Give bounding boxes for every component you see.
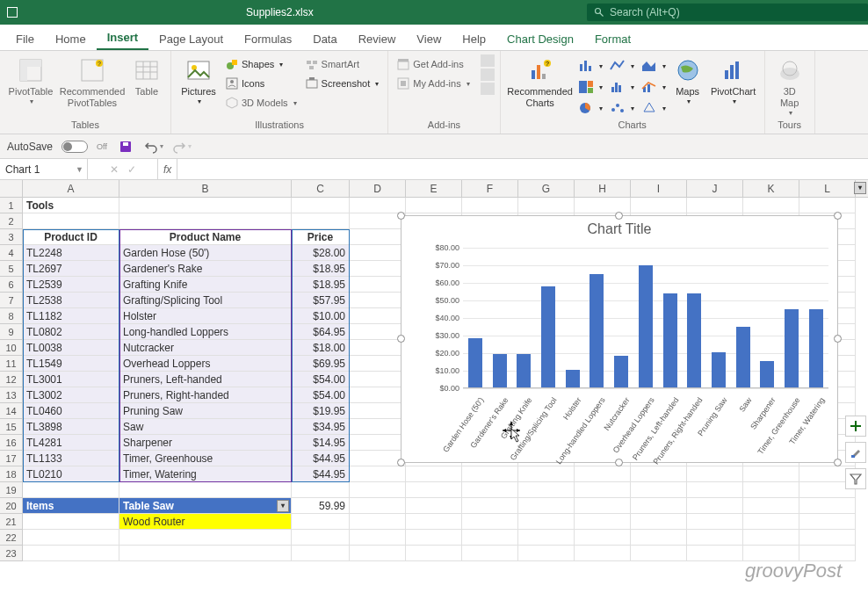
cell-H18[interactable]	[575, 466, 631, 482]
cell-I18[interactable]	[631, 466, 687, 482]
cell-C15[interactable]: $34.95	[292, 419, 350, 435]
row-header-10[interactable]: 10	[0, 340, 23, 356]
cell-H1[interactable]	[575, 198, 631, 213]
my-addins-button[interactable]: My Add-ins▾	[394, 74, 473, 93]
autosave-toggle[interactable]	[61, 141, 88, 153]
cell-J21[interactable]	[687, 514, 743, 530]
bar-9[interactable]	[687, 293, 701, 387]
row-header-18[interactable]: 18	[0, 466, 23, 482]
bar-8[interactable]	[663, 293, 677, 387]
cell-B14[interactable]: Pruning Saw	[119, 403, 292, 419]
cell-B2[interactable]	[119, 213, 292, 229]
cell-C10[interactable]: $18.00	[292, 340, 350, 356]
cell-D5[interactable]	[350, 261, 406, 277]
row-header-2[interactable]: 2	[0, 213, 23, 229]
embedded-chart[interactable]: Chart Title $0.00$10.00$20.00$30.00$40.0…	[401, 215, 838, 463]
maps-button[interactable]: Maps▾	[669, 54, 706, 108]
3d-map-button[interactable]: 3D Map▾	[770, 54, 809, 119]
cell-J19[interactable]	[687, 482, 743, 498]
cell-C18[interactable]: $44.95	[292, 466, 350, 482]
cell-D14[interactable]	[350, 403, 406, 419]
cell-F23[interactable]	[462, 546, 518, 561]
column-header-I[interactable]: I	[631, 180, 687, 197]
cell-A4[interactable]: TL2248	[23, 245, 119, 261]
cell-B18[interactable]: Timer, Watering	[119, 466, 292, 482]
column-header-L[interactable]: L	[799, 180, 856, 197]
shapes-button[interactable]: Shapes▾	[222, 54, 300, 74]
cell-H22[interactable]	[575, 530, 631, 546]
cell-B9[interactable]: Long-handled Loppers	[119, 324, 292, 340]
bar-2[interactable]	[517, 354, 531, 387]
cell-B4[interactable]: Garden Hose (50')	[119, 245, 292, 261]
column-chart-button[interactable]: ▾	[576, 56, 604, 76]
cell-A14[interactable]: TL0460	[23, 403, 119, 419]
area-chart-button[interactable]: ▾	[640, 56, 668, 76]
cell-L1[interactable]	[799, 198, 856, 213]
cell-D10[interactable]	[350, 340, 406, 356]
cell-K21[interactable]	[743, 514, 799, 530]
chart-styles-button[interactable]	[845, 442, 866, 463]
cell-J18[interactable]	[687, 466, 743, 482]
row-header-23[interactable]: 23	[0, 546, 23, 561]
cell-B6[interactable]: Grafting Knife	[119, 277, 292, 293]
cell-D6[interactable]	[350, 277, 406, 293]
cell-E18[interactable]	[406, 466, 462, 482]
cell-A15[interactable]: TL3898	[23, 419, 119, 435]
column-header-D[interactable]: D	[350, 180, 406, 197]
row-header-1[interactable]: 1	[0, 198, 23, 213]
3d-models-button[interactable]: 3D Models▾	[222, 93, 300, 112]
column-header-K[interactable]: K	[743, 180, 799, 197]
row-header-8[interactable]: 8	[0, 308, 23, 324]
app-menu-icon[interactable]	[7, 7, 18, 18]
fx-label[interactable]: fx	[158, 159, 177, 179]
bar-4[interactable]	[566, 370, 580, 387]
cell-A8[interactable]: TL1182	[23, 308, 119, 324]
accept-formula-icon[interactable]: ✓	[127, 163, 136, 176]
row-header-14[interactable]: 14	[0, 403, 23, 419]
cell-E23[interactable]	[406, 546, 462, 561]
bar-13[interactable]	[785, 309, 799, 387]
resize-handle-n[interactable]	[615, 212, 623, 220]
cell-I19[interactable]	[631, 482, 687, 498]
bar-12[interactable]	[760, 361, 774, 387]
resize-handle-w[interactable]	[397, 335, 405, 343]
cell-I20[interactable]	[631, 498, 687, 514]
cell-C22[interactable]	[292, 530, 350, 546]
bar-11[interactable]	[736, 327, 750, 387]
cell-B10[interactable]: Nutcracker	[119, 340, 292, 356]
tab-format[interactable]: Format	[584, 27, 641, 50]
cell-B12[interactable]: Pruners, Left-handed	[119, 372, 292, 387]
cell-H23[interactable]	[575, 546, 631, 561]
cell-D21[interactable]	[350, 514, 406, 530]
cell-E1[interactable]	[406, 198, 462, 213]
cell-K1[interactable]	[743, 198, 799, 213]
resize-handle-ne[interactable]	[834, 212, 842, 220]
tab-insert[interactable]: Insert	[97, 25, 148, 50]
row-header-9[interactable]: 9	[0, 324, 23, 340]
combo-chart-button[interactable]: ▾	[640, 77, 668, 97]
row-header-17[interactable]: 17	[0, 451, 23, 466]
cell-L20[interactable]	[799, 498, 856, 514]
cell-A23[interactable]	[23, 546, 119, 561]
plot-area[interactable]: $0.00$10.00$20.00$30.00$40.00$50.00$60.0…	[428, 248, 828, 388]
cell-C17[interactable]: $44.95	[292, 451, 350, 466]
cell-G20[interactable]	[518, 498, 575, 514]
table-button[interactable]: Table	[128, 54, 165, 99]
column-header-G[interactable]: G	[518, 180, 575, 197]
cell-B20[interactable]: Table Saw▾	[119, 498, 292, 514]
pie-chart-button[interactable]: ▾	[576, 98, 604, 118]
bar-10[interactable]	[712, 352, 726, 387]
cell-D12[interactable]	[350, 372, 406, 387]
cell-C4[interactable]: $28.00	[292, 245, 350, 261]
formula-input[interactable]	[177, 159, 868, 179]
bar-6[interactable]	[614, 356, 628, 387]
cell-G21[interactable]	[518, 514, 575, 530]
cell-G18[interactable]	[518, 466, 575, 482]
redo-button[interactable]: ▾	[172, 137, 192, 156]
column-header-B[interactable]: B	[119, 180, 292, 197]
stats-chart-button[interactable]: ▾	[608, 77, 636, 97]
resize-handle-se[interactable]	[834, 459, 842, 466]
cell-J23[interactable]	[687, 546, 743, 561]
cell-D7[interactable]	[350, 293, 406, 308]
cell-G22[interactable]	[518, 530, 575, 546]
